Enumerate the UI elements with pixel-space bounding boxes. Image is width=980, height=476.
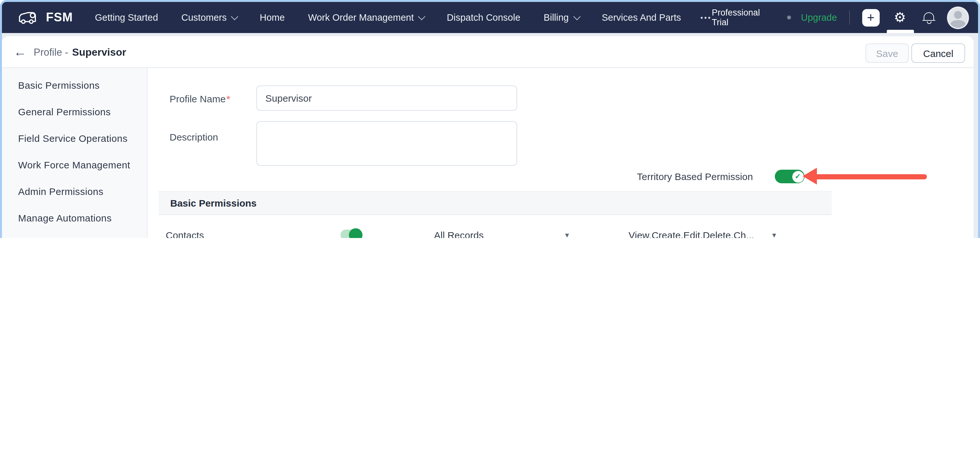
breadcrumb: Profile - Supervisor (33, 36, 126, 68)
sidebar-item-admin-permissions[interactable]: Admin Permissions (18, 178, 142, 204)
page-title: Supervisor (72, 46, 126, 58)
toggle-knob: ✓ (792, 170, 803, 182)
nav-item-label: Dispatch Console (447, 12, 520, 23)
description-input[interactable] (256, 121, 517, 166)
description-label: Description (170, 132, 218, 142)
sidebar-item-manage-automations[interactable]: Manage Automations (18, 204, 142, 231)
permissions-select[interactable]: View,Create,Edit,Delete,Ch... (628, 229, 766, 238)
module-toggle[interactable] (340, 229, 361, 238)
divider (849, 10, 850, 25)
upgrade-link[interactable]: Upgrade (801, 12, 837, 23)
chevron-down-icon[interactable]: ▾ (565, 231, 569, 238)
gear-icon: ⚙ (894, 10, 906, 25)
required-asterisk: * (226, 93, 230, 104)
content-card: ← Profile - Supervisor Save Cancel Basic… (2, 36, 974, 238)
nav-menu: Getting StartedCustomersHomeWork Order M… (95, 12, 681, 23)
main-panel: Profile Name* Description Territory Base… (148, 68, 974, 238)
viewport-scaler: FSM Getting StartedCustomersHomeWork Ord… (0, 0, 980, 238)
add-button[interactable]: + (862, 9, 879, 26)
territory-permission-toggle[interactable]: ✓ (775, 170, 805, 183)
profile-name-label: Profile Name* (170, 93, 230, 104)
nav-overflow-button[interactable]: ••• (700, 14, 712, 21)
user-avatar[interactable] (947, 6, 969, 29)
territory-permission-label: Territory Based Permission (637, 171, 753, 182)
save-button[interactable]: Save (865, 43, 909, 63)
app-window: FSM Getting StartedCustomersHomeWork Ord… (0, 0, 980, 238)
chevron-down-icon (573, 13, 581, 21)
section-title: Basic Permissions (170, 197, 257, 209)
sidebar-item-basic-permissions[interactable]: Basic Permissions (18, 72, 142, 98)
section-header: Basic Permissions (159, 191, 832, 215)
nav-item-dispatch-console[interactable]: Dispatch Console (447, 12, 520, 23)
permission-row: ContactsAll Records▾View,Create,Edit,Del… (159, 223, 832, 238)
top-navbar: FSM Getting StartedCustomersHomeWork Ord… (2, 2, 978, 33)
chevron-down-icon (418, 13, 426, 21)
notifications-button[interactable] (920, 2, 937, 33)
van-icon (18, 9, 40, 26)
permissions-sidebar: Basic PermissionsGeneral PermissionsFiel… (2, 68, 148, 238)
nav-item-label: Customers (181, 12, 227, 23)
chevron-down-icon (231, 13, 239, 21)
plus-icon: + (867, 11, 875, 24)
nav-item-home[interactable]: Home (260, 12, 285, 23)
chevron-down-icon[interactable]: ▾ (772, 231, 776, 238)
nav-item-label: Billing (544, 12, 569, 23)
permissions-table: ContactsAll Records▾View,Create,Edit,Del… (159, 223, 832, 238)
logo-text: FSM (46, 10, 73, 25)
sidebar-item-field-service-operations[interactable]: Field Service Operations (18, 125, 142, 151)
nav-item-billing[interactable]: Billing (544, 12, 578, 23)
fsm-logo[interactable]: FSM (18, 9, 73, 26)
nav-item-label: Getting Started (95, 12, 158, 23)
back-button[interactable]: ← (14, 36, 27, 68)
nav-item-work-order-management[interactable]: Work Order Management (308, 12, 424, 23)
nav-item-label: Home (260, 12, 285, 23)
sidebar-item-work-force-management[interactable]: Work Force Management (18, 151, 142, 178)
profile-name-input[interactable] (256, 86, 517, 111)
active-tab-indicator (886, 30, 914, 33)
sidebar-item-general-permissions[interactable]: General Permissions (18, 98, 142, 125)
nav-right-cluster: Professional Trial Upgrade + ⚙ (712, 2, 969, 33)
nav-item-services-and-parts[interactable]: Services And Parts (602, 12, 681, 23)
module-label: Contacts (166, 229, 204, 238)
cancel-button[interactable]: Cancel (912, 43, 965, 63)
annotation-arrow (803, 168, 927, 185)
sidebar-item-bulk-actions[interactable]: Bulk Actions (18, 231, 142, 238)
nav-item-label: Work Order Management (308, 12, 414, 23)
avatar-head (954, 11, 962, 19)
nav-item-getting-started[interactable]: Getting Started (95, 12, 158, 23)
profile-name-label-text: Profile Name (170, 93, 226, 104)
separator-dot (788, 16, 791, 19)
page-header: ← Profile - Supervisor Save Cancel (2, 36, 974, 68)
breadcrumb-prefix: Profile - (33, 46, 68, 58)
settings-button[interactable]: ⚙ (889, 2, 911, 33)
bell-icon (924, 12, 934, 23)
scope-select[interactable]: All Records (434, 229, 548, 238)
plan-label: Professional Trial (712, 8, 778, 27)
toggle-knob (349, 228, 363, 238)
check-icon: ✓ (795, 172, 801, 181)
arrow-shaft (813, 174, 927, 179)
nav-item-customers[interactable]: Customers (181, 12, 236, 23)
avatar-shoulders (950, 20, 966, 29)
nav-item-label: Services And Parts (602, 12, 681, 23)
